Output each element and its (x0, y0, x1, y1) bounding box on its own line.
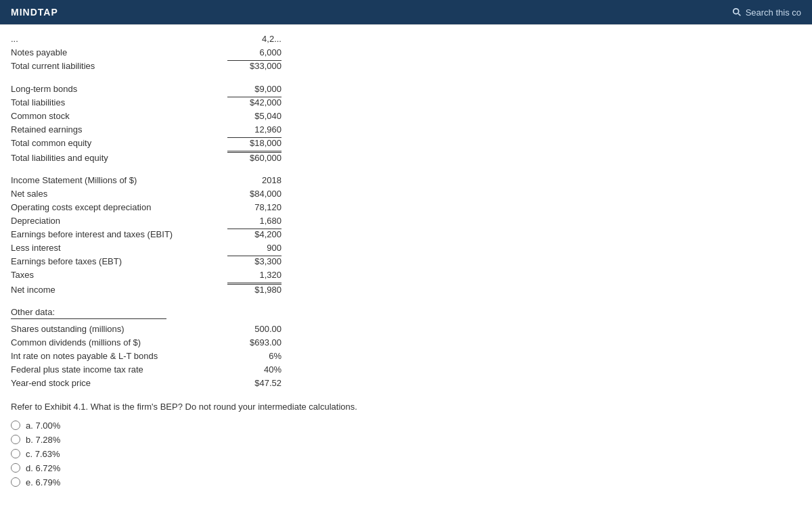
row-label: Common dividends (millions of $) (11, 337, 227, 348)
svg-point-0 (733, 9, 738, 14)
row-value: $33,000 (227, 60, 281, 71)
cutoff-row: ... 4,2... (11, 32, 598, 45)
row-value: $693.00 (227, 337, 281, 348)
search-area[interactable]: Search this co (732, 7, 801, 18)
table-row: Net sales $84,000 (11, 187, 598, 200)
row-value: $1,980 (227, 283, 281, 295)
search-text: Search this co (746, 7, 801, 18)
row-value: $3,300 (227, 256, 281, 266)
option-row-c[interactable]: c. 7.63% (11, 449, 598, 459)
radio-option-e[interactable] (11, 477, 20, 487)
table-row: Depreciation 1,680 (11, 214, 598, 227)
row-label: Total liabilities and equity (11, 153, 227, 163)
row-value: $47.52 (227, 378, 281, 388)
table-row: Less interest 900 (11, 241, 598, 254)
row-label: Year-end stock price (11, 378, 227, 388)
spacer (11, 72, 598, 82)
row-value: 900 (227, 243, 281, 253)
table-row: Common stock $5,040 (11, 109, 598, 122)
table-row: Long-term bonds $9,000 (11, 82, 598, 95)
logo: MINDTAP (11, 7, 58, 18)
row-value: 500.00 (227, 324, 281, 334)
table-row: Earnings before interest and taxes (EBIT… (11, 227, 598, 241)
table-row: Total current liabilities $33,000 (11, 59, 598, 72)
row-value: $84,000 (227, 189, 281, 199)
income-statement-label: Income Statement (Millions of $) (11, 175, 227, 185)
row-label: Operating costs except depreciation (11, 202, 227, 212)
row-label: Taxes (11, 270, 227, 280)
option-row-a[interactable]: a. 7.00% (11, 421, 598, 431)
search-icon (732, 7, 742, 17)
table-row: Federal plus state income tax rate 40% (11, 362, 598, 376)
table-row: Year-end stock price $47.52 (11, 376, 598, 389)
row-label: Total liabilities (11, 97, 227, 107)
table-row: Common dividends (millions of $) $693.00 (11, 335, 598, 349)
row-value: 6% (227, 351, 281, 361)
row-value: 1,680 (227, 216, 281, 226)
row-label: Total current liabilities (11, 61, 227, 71)
row-value: $42,000 (227, 97, 281, 107)
cutoff-label: ... (11, 34, 227, 44)
row-value: $4,200 (227, 229, 281, 239)
row-value: 78,120 (227, 202, 281, 212)
radio-option-c[interactable] (11, 449, 20, 458)
table-row: Operating costs except depreciation 78,1… (11, 200, 598, 214)
other-data-section: Other data: (11, 306, 598, 319)
table-row: Total liabilities $42,000 (11, 95, 598, 109)
option-row-d[interactable]: d. 6.72% (11, 463, 598, 473)
table-row: Total common equity $18,000 (11, 136, 598, 149)
table-row: Shares outstanding (millions) 500.00 (11, 322, 598, 335)
radio-option-b[interactable] (11, 435, 20, 444)
row-label: Long-term bonds (11, 84, 227, 94)
row-label: Depreciation (11, 216, 227, 226)
option-row-b[interactable]: b. 7.28% (11, 435, 598, 445)
question-text: Refer to Exhibit 4.1. What is the firm's… (11, 400, 598, 414)
row-value: 6,000 (227, 47, 281, 57)
row-value: 12,960 (227, 124, 281, 135)
cutoff-value: 4,2... (227, 34, 281, 44)
option-label-b[interactable]: b. 7.28% (26, 435, 60, 445)
table-row: Retained earnings 12,960 (11, 122, 598, 136)
row-label: Retained earnings (11, 124, 227, 135)
spacer (11, 164, 598, 174)
table-row: Net income $1,980 (11, 281, 598, 296)
row-label: Net income (11, 285, 227, 295)
spacer (11, 296, 598, 306)
row-label: Less interest (11, 243, 227, 253)
option-label-e[interactable]: e. 6.79% (26, 477, 60, 487)
main-content: ... 4,2... Notes payable 6,000 Total cur… (0, 25, 609, 505)
row-label: Earnings before taxes (EBT) (11, 256, 227, 266)
table-row: Notes payable 6,000 (11, 45, 598, 59)
svg-line-1 (738, 14, 740, 16)
option-row-e[interactable]: e. 6.79% (11, 477, 598, 487)
row-label: Earnings before interest and taxes (EBIT… (11, 229, 227, 239)
row-label: Common stock (11, 111, 227, 121)
table-row: Taxes 1,320 (11, 268, 598, 281)
option-label-c[interactable]: c. 7.63% (26, 449, 60, 459)
header: MINDTAP Search this co (0, 0, 812, 24)
row-value: 1,320 (227, 270, 281, 280)
radio-option-a[interactable] (11, 421, 20, 430)
radio-option-d[interactable] (11, 463, 20, 473)
row-value: 40% (227, 364, 281, 375)
row-label: Total common equity (11, 138, 227, 148)
table-row: Earnings before taxes (EBT) $3,300 (11, 254, 598, 268)
table-row: Total liabilities and equity $60,000 (11, 149, 598, 164)
option-label-d[interactable]: d. 6.72% (26, 463, 60, 473)
row-label: Notes payable (11, 47, 227, 57)
row-label: Int rate on notes payable & L-T bonds (11, 351, 227, 361)
option-label-a[interactable]: a. 7.00% (26, 421, 60, 431)
row-value: $18,000 (227, 137, 281, 148)
row-value: $60,000 (227, 151, 281, 163)
income-statement-year: 2018 (227, 175, 281, 185)
table-row: Int rate on notes payable & L-T bonds 6% (11, 349, 598, 362)
other-data-heading: Other data: (11, 306, 166, 319)
row-value: $9,000 (227, 84, 281, 94)
row-label: Shares outstanding (millions) (11, 324, 227, 334)
row-value: $5,040 (227, 111, 281, 121)
row-label: Net sales (11, 189, 227, 199)
row-label: Federal plus state income tax rate (11, 364, 227, 375)
income-statement-header: Income Statement (Millions of $) 2018 (11, 174, 598, 187)
